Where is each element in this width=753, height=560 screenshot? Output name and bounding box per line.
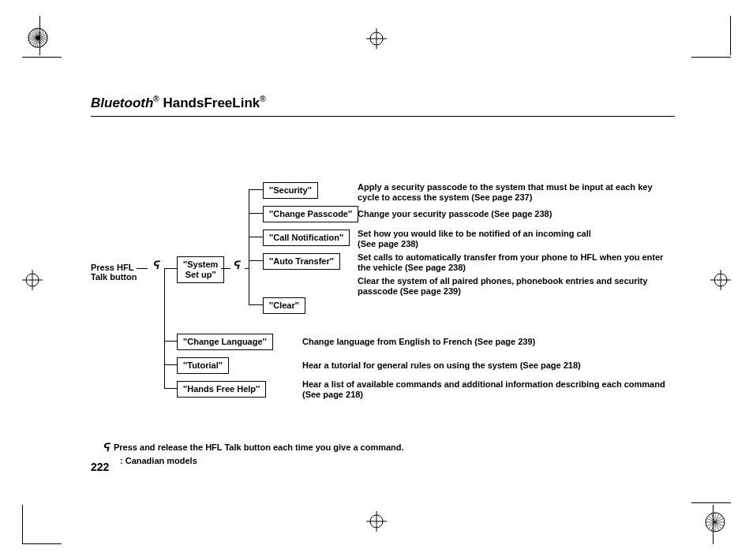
- svg-line-2: [40, 39, 48, 41]
- menu-desc: Clear the system of all paired phones, p…: [358, 276, 673, 298]
- menu-item-system-setup: ''SystemSet up'': [177, 256, 224, 283]
- svg-line-24: [40, 35, 48, 38]
- page-number: 222: [91, 461, 109, 473]
- root-label: Press HFLTalk button: [91, 263, 137, 282]
- talk-icon: ᕋ: [233, 259, 239, 271]
- svg-line-12: [28, 39, 36, 41]
- menu-desc: Set calls to automatically transfer from…: [358, 252, 673, 274]
- menu-item-call-notification: ''Call Notification'': [263, 230, 350, 246]
- menu-desc: Apply a security passcode to the system …: [358, 182, 673, 204]
- svg-point-25: [36, 35, 40, 40]
- talk-icon: ᕋ: [152, 259, 159, 271]
- menu-item-hands-free-help: ''Hands Free Help'': [177, 381, 266, 398]
- menu-desc: Hear a list of available commands and ad…: [302, 379, 673, 401]
- menu-item-change-passcode: ''Change Passcode'': [263, 206, 358, 222]
- menu-item-clear: ''Clear'': [263, 297, 305, 314]
- registration-mark-icon: [22, 270, 43, 290]
- page-title: Bluetooth® HandsFreeLink®: [91, 95, 675, 117]
- registration-mark-icon: [26, 26, 50, 50]
- menu-desc: Hear a tutorial for general rules on usi…: [302, 360, 581, 371]
- menu-item-tutorial: ''Tutorial'': [177, 357, 229, 374]
- menu-item-change-language: ''Change Language'': [177, 334, 273, 350]
- menu-desc: Change language from English to French (…: [302, 337, 535, 348]
- svg-line-6: [39, 40, 41, 48]
- registration-mark-icon: [710, 270, 731, 290]
- registration-mark-icon: [366, 511, 387, 532]
- svg-line-20: [39, 28, 41, 35]
- menu-item-auto-transfer: ''Auto Transfer'': [263, 253, 340, 270]
- registration-mark-icon: [366, 28, 387, 49]
- footnotes: ᕋ Press and release the HFL Talk button …: [103, 440, 675, 468]
- svg-line-18: [36, 28, 38, 35]
- menu-desc: Change your security passcode (See page …: [358, 209, 552, 220]
- menu-desc: Set how you would like to be notified of…: [358, 229, 591, 251]
- talk-icon: ᕋ: [103, 440, 109, 456]
- registration-mark-icon: [703, 510, 727, 534]
- svg-line-8: [36, 40, 38, 48]
- menu-item-security: ''Security'': [263, 182, 318, 199]
- svg-line-14: [28, 35, 36, 38]
- menu-tree-diagram: Press HFLTalk button ᕋ ''SystemSet up'' …: [91, 172, 675, 409]
